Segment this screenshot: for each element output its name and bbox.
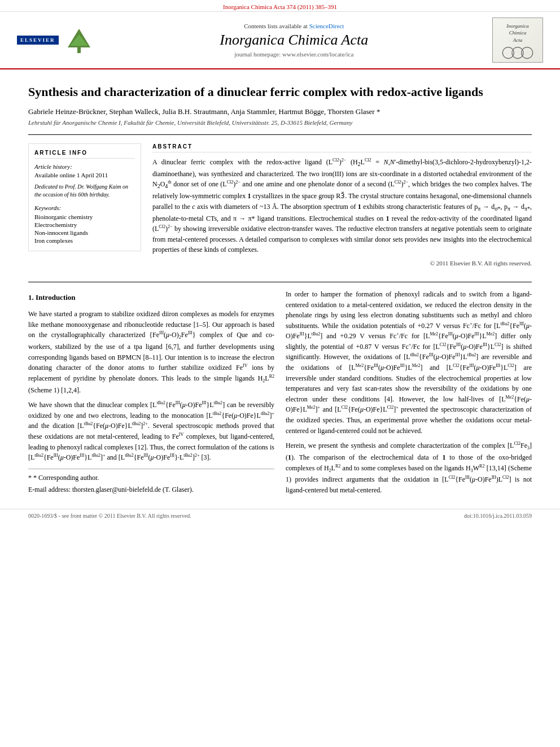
elsevier-tree-icon — [62, 26, 96, 54]
journal-title: Inorganica Chimica Acta — [96, 32, 492, 49]
article-info-title: ARTICLE INFO — [34, 150, 135, 159]
body-col-left: 1. Introduction We have started a progra… — [28, 289, 274, 500]
keyword-4: Iron complexes — [34, 237, 135, 244]
journal-header: ELSEVIER Contents lists available at Sci… — [0, 12, 560, 69]
info-abstract-section: ARTICLE INFO Article history: Available … — [28, 135, 532, 267]
keywords-label: Keywords: — [34, 204, 135, 211]
footnote-email: E-mail address: thorsten.glaser@uni-biel… — [28, 484, 274, 495]
homepage-line: journal homepage: www.elsevier.com/locat… — [96, 51, 492, 58]
elsevier-label: ELSEVIER — [20, 37, 55, 43]
available-online: Available online 1 April 2011 — [34, 172, 135, 178]
dedication-text: Dedicated to Prof. Dr. Wolfgang Kaim on … — [34, 183, 135, 199]
abstract-text: A dinuclear ferric complex with the redo… — [152, 157, 532, 255]
elsevier-logo: ELSEVIER — [17, 26, 96, 54]
copyright-line: © 2011 Elsevier B.V. All rights reserved… — [152, 260, 532, 267]
email-label: E-mail address: — [28, 486, 71, 493]
keyword-1: Bioinorganic chemistry — [34, 213, 135, 220]
article-authors: Gabriele Heinze-Brückner, Stephan Wallec… — [28, 107, 532, 116]
logo-title-text: InorganicaChimicaActa — [504, 20, 531, 46]
footer-doi: doi:10.1016/j.ica.2011.03.059 — [464, 513, 532, 519]
section1-heading: 1. Introduction — [28, 292, 274, 303]
title-section: Synthesis and characterization of a dinu… — [28, 69, 532, 135]
logo-decoration-icon — [498, 46, 537, 60]
body-columns: 1. Introduction We have started a progra… — [28, 289, 532, 500]
article-info-column: ARTICLE INFO Article history: Available … — [28, 143, 141, 267]
contents-text: Contents lists available at — [244, 23, 308, 29]
journal-citation: Inorganica Chimica Acta 374 (2011) 385–3… — [223, 3, 337, 10]
footnote-area: * * Corresponding author. E-mail address… — [28, 469, 274, 495]
main-body: 1. Introduction We have started a progra… — [28, 267, 532, 500]
footnote-star: * * Corresponding author. — [28, 473, 274, 483]
intro-para-1: We have started a program to stabilize o… — [28, 309, 274, 395]
email-value: thorsten.glaser@uni-bielefeld.de (T. Gla… — [72, 486, 194, 493]
divider — [28, 282, 532, 282]
top-bar: Inorganica Chimica Acta 374 (2011) 385–3… — [0, 0, 560, 12]
keyword-3: Non-innocent ligands — [34, 229, 135, 236]
history-label: Article history: — [34, 163, 135, 170]
keyword-2: Electrochemistry — [34, 221, 135, 228]
sciencedirect-link[interactable]: ScienceDirect — [309, 23, 344, 29]
journal-header-center: Contents lists available at ScienceDirec… — [96, 23, 492, 58]
article-title: Synthesis and characterization of a dinu… — [28, 84, 532, 101]
footnote-star-text: * Corresponding author. — [33, 474, 99, 482]
journal-logo-right: InorganicaChimicaActa — [492, 18, 543, 63]
article-content: Synthesis and characterization of a dinu… — [0, 69, 560, 500]
intro-para-2: We have shown that the dinuclear complex… — [28, 400, 274, 463]
star-icon: * — [28, 474, 32, 482]
abstract-column: ABSTRACT A dinuclear ferric complex with… — [152, 143, 532, 267]
body-col-right: In order to hamper the formation of phen… — [286, 289, 532, 500]
elsevier-box: ELSEVIER — [17, 36, 59, 45]
abstract-section: ABSTRACT A dinuclear ferric complex with… — [152, 143, 532, 267]
intro-para-4: Herein, we present the synthesis and com… — [286, 440, 532, 495]
contents-line: Contents lists available at ScienceDirec… — [96, 23, 492, 29]
page-footer: 0020-1693/$ - see front matter © 2011 El… — [0, 509, 560, 522]
abstract-title: ABSTRACT — [152, 143, 532, 152]
article-info-box: ARTICLE INFO Article history: Available … — [28, 143, 141, 251]
svg-rect-0 — [77, 47, 81, 53]
footer-issn: 0020-1693/$ - see front matter © 2011 El… — [28, 513, 191, 519]
intro-para-3: In order to hamper the formation of phen… — [286, 289, 532, 436]
article-affiliation: Lehrstuhl für Anorganische Chemie I, Fak… — [28, 119, 532, 126]
